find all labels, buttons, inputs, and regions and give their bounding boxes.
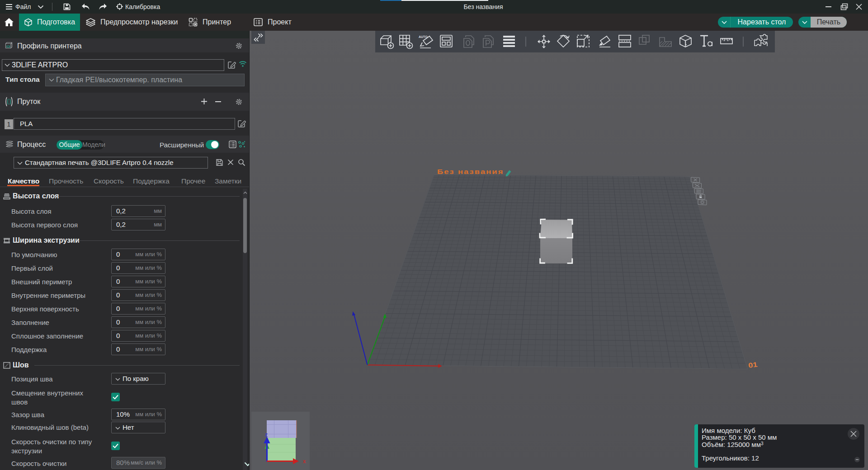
svg-text:01: 01 (748, 361, 758, 370)
svg-text:x: x (303, 458, 306, 465)
svg-text:Без названия: Без названия (437, 168, 504, 175)
svg-text:z: z (265, 432, 268, 438)
